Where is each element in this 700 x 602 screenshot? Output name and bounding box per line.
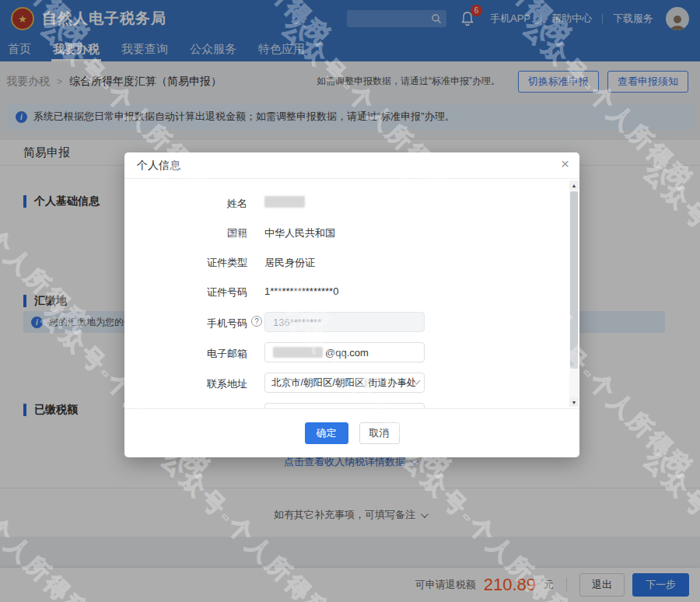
scroll-up-icon[interactable]: ▲	[569, 180, 579, 190]
chevron-down-icon	[416, 380, 421, 384]
email-label: 电子邮箱	[124, 347, 247, 361]
email-input[interactable]: @qq.com	[264, 342, 425, 362]
phone-input[interactable]	[264, 312, 425, 332]
id-type-label: 证件类型	[124, 256, 247, 270]
personal-info-modal: 个人信息 × 姓名 国籍 中华人民共和国 证件类型 居民身份证 证件号码 1**…	[124, 152, 579, 457]
phone-label: 手机号码	[124, 317, 247, 331]
question-mark-icon[interactable]: ?	[251, 316, 262, 327]
redacted-name	[264, 196, 305, 208]
scroll-down-icon[interactable]: ▼	[569, 397, 579, 407]
name-value	[264, 195, 305, 208]
close-icon[interactable]: ×	[561, 156, 569, 171]
redacted-email	[273, 347, 323, 358]
redacted-address	[365, 378, 366, 388]
app-window: ★ 自然人电子税务局 6 手机APP 帮助中心 下载服务 首页 我要办税 我要查…	[0, 0, 700, 602]
nationality-value: 中华人民共和国	[264, 226, 335, 240]
id-number-label: 证件号码	[124, 285, 247, 299]
cancel-button[interactable]: 取消	[359, 422, 400, 444]
modal-title: 个人信息	[124, 152, 579, 179]
modal-body: 姓名 国籍 中华人民共和国 证件类型 居民身份证 证件号码 1*********…	[124, 179, 579, 408]
nationality-label: 国籍	[124, 226, 247, 240]
address-label: 联系地址	[124, 377, 247, 391]
name-label: 姓名	[124, 197, 247, 211]
modal-scrollbar[interactable]: ▲ ▼	[569, 180, 579, 407]
id-type-value: 居民身份证	[264, 256, 315, 270]
confirm-button[interactable]: 确定	[305, 422, 348, 444]
address-prefix: 北京市/朝阳区/朝阳区	[271, 376, 364, 390]
modal-footer: 确定 取消	[124, 408, 579, 457]
address-suffix: 街道办事处	[368, 376, 417, 390]
address-select[interactable]: 北京市/朝阳区/朝阳区 街道办事处	[264, 373, 425, 393]
phone-input-field[interactable]	[273, 317, 416, 328]
scrollbar-thumb[interactable]	[570, 191, 578, 369]
email-suffix: @qq.com	[325, 347, 369, 359]
id-number-value: 1****************0	[264, 285, 338, 297]
partial-next-input	[264, 403, 425, 408]
